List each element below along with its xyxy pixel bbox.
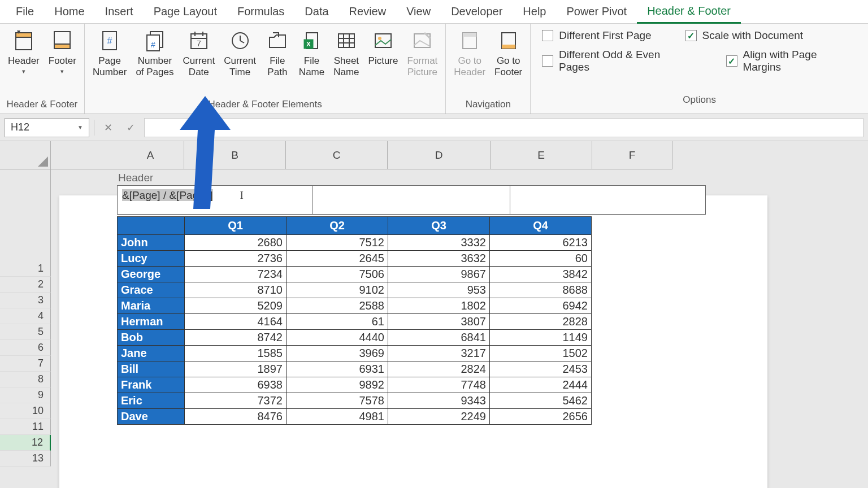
row-header-7[interactable]: 7: [0, 356, 51, 372]
cell[interactable]: 2656: [490, 409, 592, 425]
table-row[interactable]: Eric7372757893435462: [118, 393, 592, 409]
row-name[interactable]: Lucy: [118, 251, 185, 267]
cell[interactable]: 5209: [185, 298, 287, 314]
page-number-button[interactable]: #PageNumber: [88, 26, 131, 81]
cell[interactable]: 2680: [185, 235, 287, 251]
cell[interactable]: 1802: [388, 298, 490, 314]
picture-button[interactable]: Picture: [364, 26, 403, 69]
file-path-button[interactable]: FilePath: [261, 26, 294, 81]
table-header[interactable]: Q4: [490, 217, 592, 235]
column-header-E[interactable]: E: [491, 141, 592, 169]
table-row[interactable]: Lucy27362645363260: [118, 251, 592, 267]
cell[interactable]: 8476: [185, 409, 287, 425]
cell[interactable]: 9867: [388, 267, 490, 282]
cell[interactable]: 1897: [185, 361, 287, 377]
tab-view[interactable]: View: [396, 1, 441, 23]
row-name[interactable]: Bob: [118, 330, 185, 346]
row-header-11[interactable]: 11: [0, 419, 51, 435]
table-row[interactable]: Frank6938989277482444: [118, 377, 592, 393]
cell[interactable]: 1149: [490, 330, 592, 346]
tab-power-pivot[interactable]: Power Pivot: [556, 1, 637, 23]
cell[interactable]: 2828: [490, 314, 592, 330]
cell[interactable]: 8688: [490, 282, 592, 298]
number-of-pages-button[interactable]: #Numberof Pages: [131, 26, 178, 81]
table-header[interactable]: Q2: [287, 217, 388, 235]
cell[interactable]: 9892: [287, 377, 388, 393]
table-header[interactable]: [118, 217, 185, 235]
row-name[interactable]: Herman: [118, 314, 185, 330]
cell[interactable]: 6213: [490, 235, 592, 251]
header-left-box[interactable]: &[Page] / &[Pages]I: [117, 185, 313, 215]
table-header[interactable]: Q3: [388, 217, 490, 235]
row-header-5[interactable]: 5: [0, 324, 51, 340]
cell[interactable]: 953: [388, 282, 490, 298]
cell[interactable]: 4164: [185, 314, 287, 330]
row-name[interactable]: Maria: [118, 298, 185, 314]
cell[interactable]: 2736: [185, 251, 287, 267]
column-header-A[interactable]: A: [117, 141, 184, 169]
tab-file[interactable]: File: [6, 1, 44, 23]
cell[interactable]: 4440: [287, 330, 388, 346]
tab-page-layout[interactable]: Page Layout: [144, 1, 227, 23]
table-row[interactable]: John2680751233326213: [118, 235, 592, 251]
row-header-9[interactable]: 9: [0, 387, 51, 403]
row-header-12[interactable]: 12: [0, 435, 51, 451]
tab-review[interactable]: Review: [339, 1, 397, 23]
header-right-box[interactable]: [510, 185, 706, 215]
current-time-button[interactable]: CurrentTime: [219, 26, 261, 81]
cell[interactable]: 2249: [388, 409, 490, 425]
checkbox-different-odd-even-pages[interactable]: Different Odd & Even Pages: [542, 49, 692, 73]
row-name[interactable]: John: [118, 235, 185, 251]
row-name[interactable]: George: [118, 267, 185, 282]
cell[interactable]: 2453: [490, 361, 592, 377]
row-header-4[interactable]: 4: [0, 308, 51, 324]
cell[interactable]: 2444: [490, 377, 592, 393]
header-button[interactable]: Header▾: [3, 26, 44, 77]
table-header[interactable]: Q1: [185, 217, 287, 235]
column-header-F[interactable]: F: [592, 141, 672, 169]
go-to-footer-button[interactable]: Go toFooter: [490, 26, 527, 81]
table-row[interactable]: Bill1897693128242453: [118, 361, 592, 377]
cell[interactable]: 3807: [388, 314, 490, 330]
cell[interactable]: 3632: [388, 251, 490, 267]
row-header-3[interactable]: 3: [0, 293, 51, 308]
cell[interactable]: 6938: [185, 377, 287, 393]
cell[interactable]: 8742: [185, 330, 287, 346]
cell[interactable]: 3969: [287, 346, 388, 361]
cell[interactable]: 7506: [287, 267, 388, 282]
name-box[interactable]: H12 ▼: [5, 118, 89, 137]
table-row[interactable]: Maria5209258818026942: [118, 298, 592, 314]
tab-help[interactable]: Help: [513, 1, 556, 23]
row-header-13[interactable]: 13: [0, 451, 51, 467]
row-header-2[interactable]: 2: [0, 277, 51, 293]
cell[interactable]: 9102: [287, 282, 388, 298]
row-name[interactable]: Dave: [118, 409, 185, 425]
header-center-box[interactable]: [313, 185, 510, 215]
table-row[interactable]: Herman41646138072828: [118, 314, 592, 330]
checkbox-scale-with-document[interactable]: Scale with Document: [685, 29, 803, 42]
row-header-1[interactable]: 1: [0, 261, 51, 277]
cell[interactable]: 3217: [388, 346, 490, 361]
cell[interactable]: 7578: [287, 393, 388, 409]
row-name[interactable]: Eric: [118, 393, 185, 409]
column-header-B[interactable]: B: [184, 141, 286, 169]
tab-insert[interactable]: Insert: [95, 1, 144, 23]
cell[interactable]: 6931: [287, 361, 388, 377]
row-header-10[interactable]: 10: [0, 403, 51, 419]
enter-icon[interactable]: ✓: [121, 119, 140, 137]
tab-data[interactable]: Data: [294, 1, 338, 23]
table-row[interactable]: Dave8476498122492656: [118, 409, 592, 425]
cell[interactable]: 5462: [490, 393, 592, 409]
row-name[interactable]: Bill: [118, 361, 185, 377]
cell[interactable]: 7512: [287, 235, 388, 251]
table-row[interactable]: Jane1585396932171502: [118, 346, 592, 361]
formula-input[interactable]: [144, 118, 863, 137]
select-all-corner[interactable]: [0, 141, 51, 169]
cell[interactable]: 1585: [185, 346, 287, 361]
tab-formulas[interactable]: Formulas: [227, 1, 294, 23]
checkbox-different-first-page[interactable]: Different First Page: [542, 29, 651, 42]
cell[interactable]: 8710: [185, 282, 287, 298]
data-table[interactable]: Q1Q2Q3Q4John2680751233326213Lucy27362645…: [117, 216, 592, 425]
cancel-icon[interactable]: ✕: [99, 119, 117, 137]
table-row[interactable]: George7234750698673842: [118, 267, 592, 282]
